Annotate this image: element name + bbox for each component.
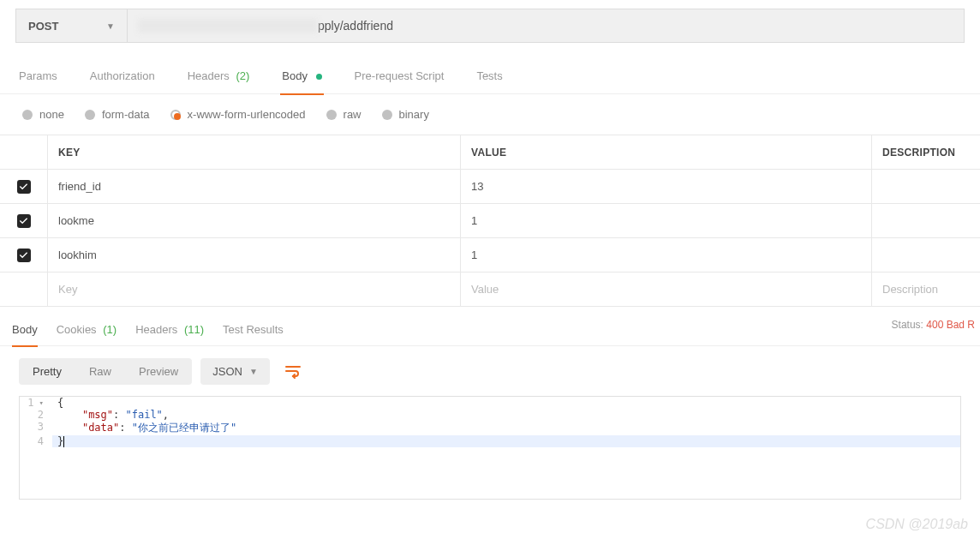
preview-button[interactable]: Preview xyxy=(125,358,192,385)
table-row: friend_id 13 xyxy=(0,170,980,204)
desc-cell[interactable] xyxy=(872,238,980,272)
radio-binary[interactable]: binary xyxy=(382,108,429,121)
response-tab-test-results[interactable]: Test Results xyxy=(223,318,284,346)
code-line: "data": "你之前已经申请过了" xyxy=(52,421,960,435)
url-visible-text: pply/addfriend xyxy=(318,19,393,33)
tab-body[interactable]: Body xyxy=(280,63,323,94)
row-checkbox[interactable] xyxy=(17,180,31,194)
key-cell[interactable]: lookme xyxy=(47,204,461,237)
row-checkbox[interactable] xyxy=(17,214,31,228)
column-value: VALUE xyxy=(461,135,872,169)
url-blurred-segment xyxy=(138,19,318,33)
table-row: lookhim 1 xyxy=(0,238,980,272)
desc-cell[interactable] xyxy=(872,204,980,237)
row-checkbox[interactable] xyxy=(17,249,31,262)
format-select[interactable]: JSON ▼ xyxy=(200,358,270,385)
wrap-lines-icon[interactable] xyxy=(278,356,308,386)
request-tabs: Params Authorization Headers (2) Body Pr… xyxy=(0,51,980,94)
line-number: 4 xyxy=(20,435,52,447)
tab-authorization[interactable]: Authorization xyxy=(88,63,157,94)
key-cell[interactable]: friend_id xyxy=(47,170,461,203)
response-tabs: Body Cookies (1) Headers (11) Test Resul… xyxy=(0,307,980,346)
value-cell[interactable]: 1 xyxy=(461,204,872,237)
tab-pre-request[interactable]: Pre-request Script xyxy=(353,63,446,94)
radio-dot-icon xyxy=(326,110,337,120)
key-cell[interactable]: lookhim xyxy=(47,238,461,272)
tab-params[interactable]: Params xyxy=(17,63,59,94)
radio-none[interactable]: none xyxy=(22,108,64,121)
desc-placeholder[interactable]: Description xyxy=(872,272,980,306)
code-line: } xyxy=(52,435,960,447)
view-mode-group: Pretty Raw Preview xyxy=(19,358,192,385)
chevron-down-icon: ▼ xyxy=(106,21,115,31)
status-code-text: 400 Bad R xyxy=(926,319,975,331)
watermark-text: CSDN @2019ab xyxy=(866,517,968,532)
radio-urlencoded[interactable]: x-www-form-urlencoded xyxy=(170,108,306,121)
body-type-radios: none form-data x-www-form-urlencoded raw… xyxy=(0,94,980,135)
code-line: { xyxy=(52,397,960,409)
column-description: DESCRIPTION xyxy=(872,135,980,169)
response-toolbar: Pretty Raw Preview JSON ▼ xyxy=(0,346,980,396)
radio-dot-icon xyxy=(382,110,392,120)
column-key: KEY xyxy=(47,135,461,169)
line-number: 3 xyxy=(20,421,52,435)
tab-headers-count: (2) xyxy=(236,69,249,82)
http-method-label: POST xyxy=(28,20,58,33)
http-method-select[interactable]: POST ▼ xyxy=(15,9,127,43)
tab-headers[interactable]: Headers (2) xyxy=(186,63,252,94)
tab-tests[interactable]: Tests xyxy=(475,63,504,94)
body-indicator-dot-icon xyxy=(316,74,322,80)
value-placeholder[interactable]: Value xyxy=(461,272,872,306)
radio-dot-icon xyxy=(22,110,33,120)
form-data-table: KEY VALUE DESCRIPTION friend_id 13 lookm… xyxy=(0,135,980,307)
url-input[interactable]: pply/addfriend xyxy=(127,9,965,43)
response-status: Status: 400 Bad R xyxy=(892,319,975,331)
tab-headers-label: Headers xyxy=(188,69,230,82)
radio-form-data[interactable]: form-data xyxy=(85,108,150,121)
table-placeholder-row: Key Value Description xyxy=(0,272,980,307)
tab-body-label: Body xyxy=(282,69,308,82)
value-cell[interactable]: 1 xyxy=(461,238,872,272)
cursor-icon xyxy=(63,436,64,447)
response-tab-cookies[interactable]: Cookies (1) xyxy=(57,318,117,346)
response-tab-body[interactable]: Body xyxy=(12,318,38,346)
line-number: 1 xyxy=(27,397,33,409)
desc-cell[interactable] xyxy=(872,170,980,203)
pretty-button[interactable]: Pretty xyxy=(19,358,75,385)
code-line: "msg": "fail", xyxy=(52,409,960,421)
table-header-row: KEY VALUE DESCRIPTION xyxy=(0,135,980,170)
raw-button[interactable]: Raw xyxy=(75,358,125,385)
line-number: 2 xyxy=(20,409,52,421)
response-editor[interactable]: 1▾ { 2 "msg": "fail", 3 "data": "你之前已经申请… xyxy=(19,396,961,500)
radio-dot-icon xyxy=(85,110,95,120)
chevron-down-icon: ▼ xyxy=(249,367,258,376)
radio-raw[interactable]: raw xyxy=(326,108,362,121)
table-row: lookme 1 xyxy=(0,204,980,238)
key-placeholder[interactable]: Key xyxy=(47,272,461,306)
value-cell[interactable]: 13 xyxy=(461,170,872,203)
response-tab-headers[interactable]: Headers (11) xyxy=(135,318,204,346)
fold-icon[interactable]: ▾ xyxy=(39,398,44,407)
radio-dot-selected-icon xyxy=(170,110,181,120)
